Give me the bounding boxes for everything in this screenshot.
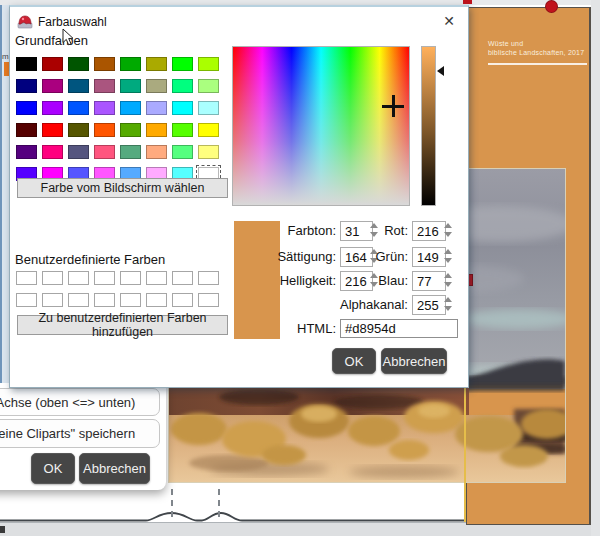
pick-screen-color-button[interactable]: Farbe vom Bildschirm wählen — [17, 178, 228, 198]
custom-color-swatch[interactable] — [16, 293, 37, 307]
custom-color-swatch[interactable] — [94, 293, 115, 307]
custom-color-swatch[interactable] — [120, 293, 141, 307]
basic-color-swatch[interactable] — [146, 79, 167, 93]
custom-color-swatch[interactable] — [42, 271, 63, 285]
custom-color-swatch[interactable] — [146, 293, 167, 307]
basic-color-swatch[interactable] — [120, 101, 141, 115]
basic-color-swatch[interactable] — [172, 79, 193, 93]
mouse-cursor-icon — [62, 28, 74, 46]
basic-color-swatch[interactable] — [68, 101, 89, 115]
basic-color-swatch[interactable] — [42, 123, 63, 137]
basic-color-swatch[interactable] — [146, 57, 167, 71]
red-field[interactable]: 216 — [412, 221, 446, 241]
basic-color-swatch[interactable] — [16, 145, 37, 159]
alpha-stepper[interactable] — [442, 295, 454, 313]
custom-color-swatch[interactable] — [16, 271, 37, 285]
value-slider-arrow-icon[interactable] — [437, 66, 444, 76]
custom-color-swatch[interactable] — [68, 271, 89, 285]
custom-color-swatch[interactable] — [146, 271, 167, 285]
basic-color-swatch[interactable] — [68, 145, 89, 159]
cover-title-line2: biblische Landschaften, 2017 — [488, 48, 588, 57]
add-custom-color-button[interactable]: Zu benutzerdefinierten Farben hinzufügen — [17, 315, 228, 335]
basic-color-swatch[interactable] — [120, 57, 141, 71]
x-axis-option[interactable]: X-Achse (oben <=> unten) — [0, 388, 160, 416]
page-corner-mark — [0, 526, 5, 533]
selection-handle-top[interactable] — [545, 0, 558, 13]
custom-colors-grid — [16, 271, 219, 307]
screen: Wüste und biblische Landschaften, 2017 — [0, 0, 600, 536]
basic-color-swatch[interactable] — [198, 79, 219, 93]
green-stepper[interactable] — [442, 247, 454, 265]
html-color-input[interactable]: #d8954d — [340, 319, 458, 338]
hue-saturation-picker[interactable] — [232, 46, 410, 206]
close-icon[interactable]: ✕ — [438, 11, 460, 31]
cover-title-line1: Wüste und — [488, 39, 588, 48]
basic-color-swatch[interactable] — [68, 79, 89, 93]
dialog-title[interactable]: Farbauswahl — [38, 15, 107, 29]
custom-color-swatch[interactable] — [94, 271, 115, 285]
clipart-dialog: X-Achse (oben <=> unten) "Meine Cliparts… — [0, 383, 166, 490]
basic-color-swatch[interactable] — [16, 101, 37, 115]
custom-color-swatch[interactable] — [42, 293, 63, 307]
basic-color-swatch[interactable] — [198, 101, 219, 115]
basic-color-swatch[interactable] — [42, 79, 63, 93]
color-dialog: Farbauswahl ✕ Grundfarben Farbe vom Bild… — [9, 5, 469, 388]
cover-title: Wüste und biblische Landschaften, 2017 — [488, 39, 588, 57]
basic-color-swatch[interactable] — [42, 101, 63, 115]
selection-handle-corner[interactable] — [463, 0, 472, 4]
save-cliparts-option[interactable]: "Meine Cliparts" speichern — [0, 419, 160, 448]
basic-color-swatch[interactable] — [68, 123, 89, 137]
basic-color-swatch[interactable] — [172, 101, 193, 115]
basic-color-swatch[interactable] — [172, 57, 193, 71]
basic-color-swatch[interactable] — [42, 57, 63, 71]
clipart-dialog-cancel-button[interactable]: Abbrechen — [79, 453, 150, 484]
clipart-dialog-ok-button[interactable]: OK — [31, 453, 75, 484]
basic-color-swatch[interactable] — [94, 123, 115, 137]
clipart-ground-line — [0, 508, 470, 524]
blue-stepper[interactable] — [442, 271, 454, 289]
basic-colors-label: Grundfarben — [15, 33, 88, 48]
basic-colors-grid — [16, 57, 219, 181]
alpha-field[interactable]: 255 — [412, 295, 446, 315]
custom-color-swatch[interactable] — [198, 271, 219, 285]
red-stepper[interactable] — [442, 221, 454, 239]
custom-color-swatch[interactable] — [172, 293, 193, 307]
custom-color-swatch[interactable] — [120, 271, 141, 285]
basic-color-swatch[interactable] — [42, 145, 63, 159]
basic-color-swatch[interactable] — [68, 57, 89, 71]
custom-color-swatch[interactable] — [198, 293, 219, 307]
selection-dashed-guide — [218, 489, 220, 517]
blue-field[interactable]: 77 — [412, 271, 446, 291]
cancel-button[interactable]: Abbrechen — [381, 348, 447, 374]
html-label: HTML: — [232, 321, 336, 336]
basic-color-swatch[interactable] — [172, 123, 193, 137]
green-label: Grün: — [310, 249, 408, 264]
basic-color-swatch[interactable] — [172, 145, 193, 159]
window-edge-text-fragment: m — [2, 52, 9, 61]
basic-color-swatch[interactable] — [146, 101, 167, 115]
basic-color-swatch[interactable] — [146, 123, 167, 137]
basic-color-swatch[interactable] — [16, 79, 37, 93]
basic-color-swatch[interactable] — [94, 101, 115, 115]
blue-label: Blau: — [310, 273, 408, 288]
alpha-label: Alphakanal: — [310, 297, 408, 312]
basic-color-swatch[interactable] — [198, 57, 219, 71]
basic-color-swatch[interactable] — [94, 145, 115, 159]
basic-color-swatch[interactable] — [198, 145, 219, 159]
basic-color-swatch[interactable] — [146, 145, 167, 159]
custom-color-swatch[interactable] — [172, 271, 193, 285]
custom-color-swatch[interactable] — [68, 293, 89, 307]
cover-title-rule — [488, 63, 587, 65]
basic-color-swatch[interactable] — [94, 79, 115, 93]
selection-dashed-guide — [171, 489, 173, 517]
basic-color-swatch[interactable] — [16, 123, 37, 137]
ok-button[interactable]: OK — [332, 348, 376, 374]
basic-color-swatch[interactable] — [198, 123, 219, 137]
green-field[interactable]: 149 — [412, 247, 446, 267]
basic-color-swatch[interactable] — [120, 123, 141, 137]
basic-color-swatch[interactable] — [120, 79, 141, 93]
basic-color-swatch[interactable] — [16, 57, 37, 71]
basic-color-swatch[interactable] — [94, 57, 115, 71]
basic-color-swatch[interactable] — [120, 145, 141, 159]
value-slider[interactable] — [421, 46, 436, 206]
